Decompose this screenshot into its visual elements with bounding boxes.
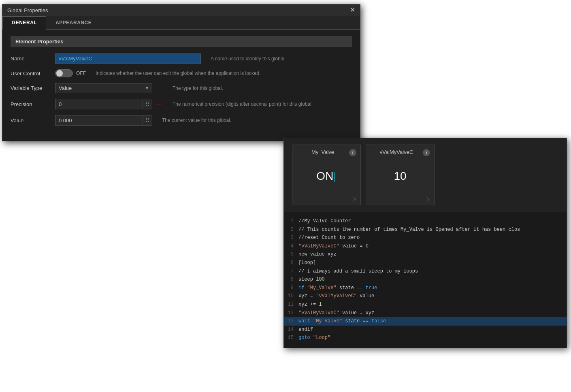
code-line-14: 14 endif	[284, 326, 567, 334]
widget-card-my-valve: My_Valve i ON| ⇲	[292, 145, 361, 205]
precision-input-container: ⠿	[55, 99, 152, 109]
code-line-5: 5 new value xyz	[284, 250, 567, 259]
code-line-13: 13 wait "My_Valve" state == false	[284, 317, 567, 326]
toggle-container: OFF	[55, 69, 86, 77]
code-line-3: 3 //reset Count to zero	[284, 234, 567, 242]
name-input[interactable]	[55, 53, 201, 64]
widget-card-header-2: vValMyValveC i	[370, 149, 430, 156]
value-grid-icon[interactable]: ⠿	[143, 115, 152, 125]
precision-grid-icon[interactable]: ⠿	[143, 99, 152, 109]
widget-title-vvalmyvalvec: vValMyValveC	[370, 149, 423, 155]
code-line-11: 11 xyz += 1	[284, 300, 567, 309]
widget-card-header-1: My_Valve i	[296, 149, 356, 156]
variable-type-select[interactable]: Value String Boolean	[55, 83, 152, 93]
code-line-8: 8 sleep 100	[284, 275, 567, 284]
code-line-6: 6 [Loop]	[284, 259, 567, 267]
precision-label: Precision	[11, 101, 55, 107]
precision-input[interactable]	[55, 100, 143, 109]
widget-value-my-valve: ON|	[316, 156, 336, 196]
variable-type-control: Value String Boolean ▼ ←	[55, 83, 163, 93]
toggle-knob	[56, 70, 63, 77]
code-area: 1 //My_Valve Counter 2 // This counts th…	[284, 212, 567, 347]
global-properties-dialog: Global Properties ✕ GENERAL APPEARANCE E…	[2, 4, 360, 141]
widget-title-my-valve: My_Valve	[296, 149, 349, 155]
variable-type-row: Variable Type Value String Boolean ▼ ← T…	[11, 83, 352, 93]
variable-type-dropdown-container: Value String Boolean ▼	[55, 83, 152, 93]
dialog-titlebar: Global Properties ✕	[2, 4, 360, 16]
name-label: Name	[11, 55, 55, 62]
tab-general[interactable]: GENERAL	[2, 16, 46, 30]
widget-footer-2: ⇲	[370, 196, 430, 202]
precision-control: ⠿ ←	[55, 99, 163, 109]
user-control-hint: Indicates whether the user can edit the …	[96, 70, 352, 76]
code-line-10: 10 xyz = "vValMyValveC" value	[284, 292, 567, 300]
value-input-container: ⠿	[55, 115, 152, 126]
widget-value-vvalmyvalvec: 10	[394, 156, 406, 196]
dialog-close-button[interactable]: ✕	[350, 7, 355, 13]
widget-resize-icon-1[interactable]: ⇲	[352, 196, 356, 202]
widget-footer-1: ⇲	[296, 196, 356, 202]
name-control	[55, 53, 201, 64]
code-line-1: 1 //My_Valve Counter	[284, 217, 567, 226]
precision-row: Precision ⠿ ← The numerical precision (d…	[11, 99, 352, 109]
background-panel: My_Valve i ON| ⇲ vValMyValveC i 10 ⇲	[283, 138, 567, 348]
precision-hint: The numerical precision (digits after de…	[173, 101, 352, 107]
red-arrow-variable-type: ←	[156, 84, 163, 92]
code-line-7: 7 // I always add a small sleep to my lo…	[284, 267, 567, 276]
widget-info-icon-2[interactable]: i	[423, 149, 430, 156]
toggle-off-label: OFF	[76, 70, 86, 76]
code-line-2: 2 // This counts the number of times My_…	[284, 226, 567, 234]
tab-appearance[interactable]: APPEARANCE	[46, 16, 101, 29]
code-line-12: 12 "vValMyValveC" value = xyz	[284, 309, 567, 317]
red-arrow-precision: ←	[156, 100, 163, 109]
value-control: ⠿	[55, 115, 152, 126]
code-line-15: 15 goto "Loop"	[284, 334, 567, 342]
widget-area: My_Valve i ON| ⇲ vValMyValveC i 10 ⇲	[284, 138, 567, 212]
variable-type-label: Variable Type	[11, 85, 55, 91]
widget-resize-icon-2[interactable]: ⇲	[426, 196, 430, 202]
section-header: Element Properties	[11, 36, 352, 47]
value-label: Value	[11, 117, 55, 124]
code-line-4: 4 "vValMyValveC" value = 0	[284, 242, 567, 251]
user-control-toggle[interactable]	[55, 69, 73, 77]
name-row: Name A name used to identify this global…	[11, 53, 352, 64]
widget-card-vvalmyvalvec: vValMyValveC i 10 ⇲	[366, 145, 435, 205]
dialog-title: Global Properties	[7, 7, 48, 13]
name-hint: A name used to identify this global.	[211, 56, 352, 62]
user-control-area: OFF	[55, 69, 86, 77]
variable-type-hint: The type for this global.	[173, 85, 352, 91]
code-line-9: 9 if "My_Valve" state == true	[284, 284, 567, 292]
value-hint: The current value for this global.	[162, 117, 352, 123]
value-row: Value ⠿ The current value for this globa…	[11, 115, 352, 126]
dialog-tabs: GENERAL APPEARANCE	[2, 16, 360, 30]
user-control-label: User Control	[11, 70, 55, 77]
user-control-row: User Control OFF Indicates whether the u…	[11, 69, 352, 77]
widget-info-icon-1[interactable]: i	[349, 149, 356, 156]
dialog-body: Element Properties Name A name used to i…	[2, 30, 360, 141]
value-input[interactable]	[55, 116, 143, 125]
